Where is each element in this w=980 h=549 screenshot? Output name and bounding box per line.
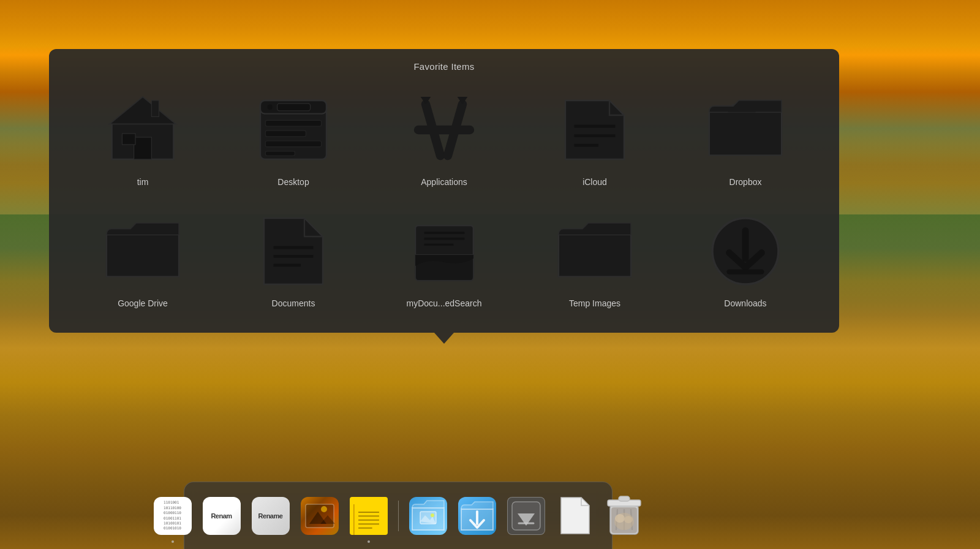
- photo-slideshow-icon: [301, 497, 339, 535]
- google-drive-label: Google Drive: [118, 298, 168, 308]
- rename1-icon: Renam: [203, 497, 241, 535]
- browser-window-icon: [254, 90, 333, 170]
- dock-item-downloads-folder[interactable]: [455, 494, 499, 538]
- svg-point-60: [615, 514, 625, 523]
- icloud-label: iCloud: [582, 177, 607, 187]
- dock: 1101001101101000100011001001101101001010…: [184, 482, 612, 549]
- downloads-folder-icon: [458, 497, 496, 535]
- svg-point-61: [624, 516, 633, 523]
- svg-rect-2: [134, 137, 152, 159]
- popup-arrow: [434, 333, 454, 344]
- svg-rect-3: [122, 134, 135, 145]
- items-grid: tim Desktop: [67, 84, 821, 314]
- svg-rect-10: [265, 131, 306, 137]
- dock-dot-notes: [368, 540, 370, 543]
- dock-item-photos-app[interactable]: [406, 494, 450, 538]
- svg-rect-11: [265, 141, 321, 147]
- icloud-icon: [555, 90, 635, 170]
- favorite-items-popup: Favorite Items tim: [49, 49, 839, 333]
- svg-rect-9: [265, 120, 321, 126]
- svg-rect-4: [151, 100, 159, 116]
- grid-item-tim[interactable]: tim: [67, 84, 218, 193]
- desktop-label: Desktop: [277, 177, 309, 187]
- dropbox-label: Dropbox: [729, 177, 762, 187]
- dropbox-folder-icon: [706, 90, 785, 170]
- dock-item-rename2[interactable]: Rename: [249, 494, 293, 538]
- svg-point-46: [431, 513, 434, 517]
- dock-separator: [398, 501, 399, 531]
- home-icon: [103, 90, 183, 170]
- dock-item-dockutil[interactable]: [504, 494, 548, 538]
- downloads-label: Downloads: [724, 298, 766, 308]
- dock-item-binary-viewer[interactable]: 1101001101101000100011001001101101001010…: [151, 494, 195, 538]
- dock-item-rename1[interactable]: Renam: [200, 494, 244, 538]
- grid-item-google-drive[interactable]: Google Drive: [67, 205, 218, 314]
- grid-item-dropbox[interactable]: Dropbox: [670, 84, 821, 193]
- notes-icon: [350, 497, 388, 535]
- grid-item-desktop[interactable]: Desktop: [218, 84, 369, 193]
- svg-point-7: [267, 105, 272, 110]
- dock-item-new-file[interactable]: [553, 494, 597, 538]
- grid-item-temp-images[interactable]: Temp Images: [519, 205, 670, 314]
- tim-label: tim: [137, 177, 149, 187]
- downloads-circle-icon: [706, 211, 785, 291]
- applications-label: Applications: [421, 177, 467, 187]
- temp-images-label: Temp Images: [569, 298, 620, 308]
- dock-item-photo-slideshow[interactable]: [298, 494, 342, 538]
- svg-marker-1: [110, 97, 176, 124]
- svg-rect-12: [265, 151, 295, 156]
- file-cabinet-icon: [404, 211, 484, 291]
- temp-images-folder-icon: [555, 211, 635, 291]
- popup-title: Favorite Items: [67, 61, 821, 72]
- svg-rect-54: [619, 496, 630, 501]
- dock-dot: [172, 540, 174, 543]
- grid-item-downloads[interactable]: Downloads: [670, 205, 821, 314]
- documents-label: Documents: [272, 298, 315, 308]
- grid-item-applications[interactable]: Applications: [369, 84, 519, 193]
- google-drive-folder-icon: [103, 211, 183, 291]
- rename2-icon: Rename: [252, 497, 290, 535]
- grid-item-documents[interactable]: Documents: [218, 205, 369, 314]
- grid-item-mydocu[interactable]: myDocu...edSearch: [369, 205, 519, 314]
- new-file-icon: [559, 496, 591, 536]
- applications-icon: [404, 90, 484, 170]
- svg-point-35: [321, 506, 327, 512]
- dock-item-trash[interactable]: [602, 494, 646, 538]
- dock-item-notes[interactable]: [347, 494, 391, 538]
- svg-rect-8: [277, 104, 311, 111]
- binary-viewer-icon: 1101001101101000100011001001101101001010…: [154, 497, 192, 535]
- mydocu-label: myDocu...edSearch: [407, 298, 482, 308]
- dockutil-icon: [507, 497, 545, 535]
- document-icon: [254, 211, 333, 291]
- photos-app-icon: [409, 497, 447, 535]
- grid-item-icloud[interactable]: iCloud: [519, 84, 670, 193]
- trash-icon: [605, 494, 643, 538]
